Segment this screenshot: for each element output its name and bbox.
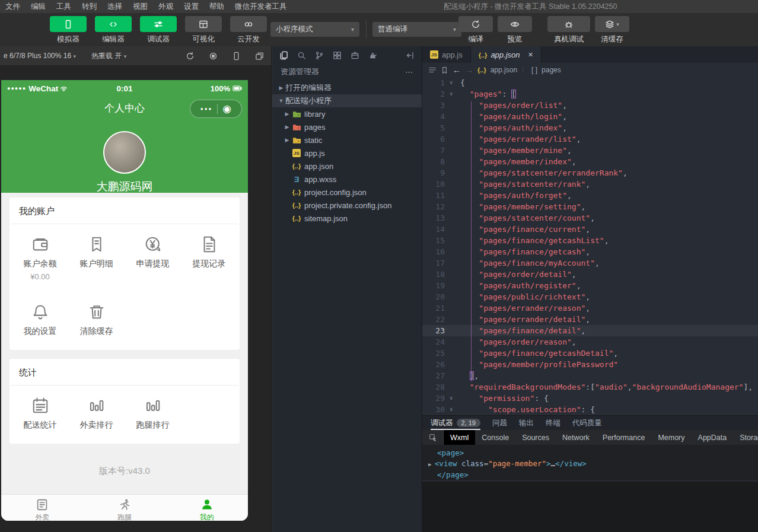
avatar[interactable] [103,131,146,174]
menu-item-外观[interactable]: 外观 [153,0,179,13]
tree-item-打开的编辑器[interactable]: ▶打开的编辑器 [272,81,422,94]
tree-item-project.private.config.json[interactable]: {..}project.private.config.json [272,199,422,212]
tree-arrow-icon[interactable]: ▶ [283,111,291,117]
grid-item-提现记录[interactable]: 提现记录 [181,234,237,291]
hot-reload-toggle[interactable]: 热重载 开 ▾ [91,51,126,61]
files-icon[interactable] [279,51,288,60]
menu-capsule[interactable]: ●●● ◉ [190,100,242,118]
git-icon[interactable] [315,51,324,60]
debugger-tab-调试器[interactable]: 调试器2, 19 [431,416,480,430]
menu-item-微信开发者工具[interactable]: 微信开发者工具 [230,0,292,13]
tabbar-item-我的[interactable]: 我的 [165,495,248,521]
teapot-icon[interactable] [368,51,377,60]
grid-item-跑腿排行[interactable]: 跑腿排行 [125,396,181,440]
debugger-tab-输出[interactable]: 输出 [519,416,534,430]
grid-item-账户余额[interactable]: 账户余额¥0.00 [12,234,68,291]
menu-item-编辑[interactable]: 编辑 [26,0,51,13]
bookmark-icon[interactable] [441,66,448,74]
devtools-tab-Sources[interactable]: Sources [515,430,556,445]
package-icon[interactable] [351,51,359,60]
mode-select[interactable]: 小程序模式 ▾ [270,22,359,37]
more-actions-icon[interactable]: ⋯ [405,68,413,77]
fold-arrow-icon[interactable]: ∨ [450,77,460,88]
editor-tab-app.json[interactable]: {..}app.json× [471,46,542,63]
tree-item-配送端小程序[interactable]: ▼配送端小程序 [272,94,422,107]
debugger-tab-终端[interactable]: 终端 [546,416,560,430]
menu-item-帮助[interactable]: 帮助 [204,0,230,13]
editor-tab-app.js[interactable]: JSapp.js [422,46,471,63]
sim-refresh-icon[interactable] [186,52,195,60]
tree-item-app.json[interactable]: {..}app.json [272,160,422,173]
tree-arrow-icon[interactable]: ▶ [277,85,285,91]
exit-target-icon[interactable]: ◉ [222,104,231,114]
debugger-tab-问题[interactable]: 问题 [492,416,507,430]
action-button-真机调试[interactable]: 真机调试 [547,16,590,44]
menu-item-视图[interactable]: 视图 [128,0,153,13]
menu-item-工具[interactable]: 工具 [51,0,77,13]
outline-icon[interactable] [428,66,437,74]
menu-item-转到[interactable]: 转到 [77,0,102,13]
tree-item-sitemap.json[interactable]: {..}sitemap.json [272,212,422,225]
inspect-element-icon[interactable] [422,430,444,445]
grid-item-账户明细[interactable]: 账户明细 [68,234,125,291]
sim-record-icon[interactable] [209,52,218,60]
devtools-tab-Wxml[interactable]: Wxml [444,430,475,445]
tree-item-app.js[interactable]: JSapp.js [272,146,422,160]
devtools-tab-AppData[interactable]: AppData [692,430,734,445]
sim-phone-icon[interactable] [232,52,241,60]
tree-item-app.wxss[interactable]: Ǝapp.wxss [272,173,422,186]
code-text: "pages/member/index", [460,156,758,167]
collapse-icon[interactable] [406,51,415,60]
tree-item-pages[interactable]: ▶pages [272,120,422,133]
menu-item-选择[interactable]: 选择 [102,0,128,13]
devtools-tab-Storage[interactable]: Storage [733,430,758,445]
sim-winstack-icon[interactable] [255,52,264,60]
search-icon[interactable] [297,51,306,60]
menu-item-设置[interactable]: 设置 [179,0,204,13]
debugger-tab-代码质量[interactable]: 代码质量 [572,416,602,430]
expand-arrow-icon[interactable]: ▶ [428,461,435,467]
compile-select[interactable]: 普通编译 ▾ [372,22,461,37]
tree-item-static[interactable]: ▶static [272,133,422,146]
tabbar-item-外卖[interactable]: 外卖 [1,495,84,521]
action-button-编译[interactable]: 编译 [458,16,493,44]
mode-button-编辑器[interactable]: 编辑器 [95,16,132,44]
grid-item-申请提现[interactable]: 申请提现 [125,234,181,291]
fold-arrow-icon[interactable]: ∨ [450,393,460,404]
wxml-node-0[interactable]: <page> [428,448,758,458]
mode-button-可视化[interactable]: 可视化 [185,16,222,44]
grid-item-外卖排行[interactable]: 外卖排行 [68,396,125,440]
tree-item-project.config.json[interactable]: {..}project.config.json [272,186,422,199]
devtools-tab-Console[interactable]: Console [475,430,515,445]
fold-arrow-icon[interactable]: ∨ [450,404,460,415]
devtools-tab-Memory[interactable]: Memory [651,430,691,445]
device-select[interactable]: e 6/7/8 Plus 100% 16 ▾ [4,52,76,60]
code-editor[interactable]: 1∨{2∨ "pages": [3 "pages/order/list",4 "… [422,77,758,415]
back-arrow[interactable]: ← [453,65,461,75]
action-button-预览[interactable]: 预览 [498,16,532,44]
tree-arrow-icon[interactable]: ▶ [283,124,291,130]
mode-button-模拟器[interactable]: 模拟器 [50,16,87,44]
tabbar-item-跑腿[interactable]: 跑腿 [84,495,166,521]
devtools-tab-Network[interactable]: Network [556,430,596,445]
grid-item-清除缓存[interactable]: 清除缓存 [68,302,125,346]
close-icon[interactable]: × [528,50,533,59]
action-button-清缓存[interactable]: ▾清缓存 [595,16,629,44]
mode-button-调试器[interactable]: 调试器 [140,16,177,44]
more-dots-icon[interactable]: ●●● [200,106,213,112]
tree-arrow-icon[interactable]: ▶ [283,137,291,143]
breadcrumb-file[interactable]: app.json [491,66,517,74]
grid-item-我的设置[interactable]: 我的设置 [12,302,68,346]
wxml-node-1[interactable]: ▶ <view class="page-member">…</view> [428,458,758,470]
breadcrumb-node[interactable]: pages [542,66,561,74]
wxml-node-2[interactable]: </page> [428,470,758,480]
fold-arrow-icon[interactable]: ∨ [450,88,460,100]
tree-arrow-icon[interactable]: ▼ [277,98,285,104]
menu-item-文件[interactable]: 文件 [0,0,26,13]
grid-icon[interactable] [333,51,342,60]
devtools-tab-Performance[interactable]: Performance [596,430,652,445]
tree-item-library[interactable]: ▶library [272,107,422,120]
grid-item-配送统计[interactable]: 配送统计 [12,396,68,440]
mode-button-云开发[interactable]: 云开发 [230,16,267,44]
forward-arrow[interactable]: → [465,65,473,75]
